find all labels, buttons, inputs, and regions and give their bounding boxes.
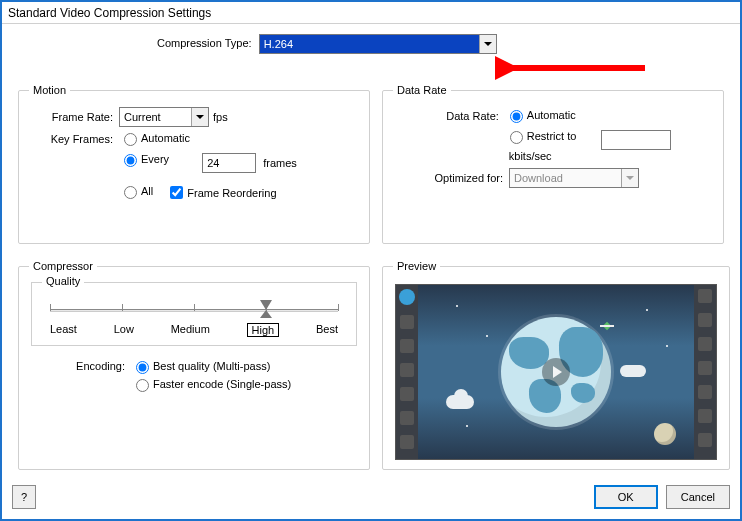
frame-rate-unit: fps — [213, 111, 228, 123]
dr-restrict-unit: kbits/sec — [509, 150, 552, 162]
tool-icon[interactable] — [400, 387, 414, 401]
quality-legend: Quality — [42, 275, 84, 287]
cancel-button[interactable]: Cancel — [666, 485, 730, 509]
quality-group: Quality Least Low Medium — [31, 282, 357, 346]
data-rate-options: Automatic Restrict to kbits/sec — [505, 107, 713, 162]
optimized-for-value: Download — [510, 169, 567, 187]
frame-rate-label: Frame Rate: — [29, 111, 113, 123]
play-icon[interactable] — [542, 358, 570, 386]
kf-all-radio[interactable] — [124, 186, 137, 199]
compression-type-select[interactable]: H.264 — [259, 34, 497, 54]
quality-least: Least — [50, 323, 77, 337]
compression-type-row: Compression Type: H.264 — [12, 32, 730, 62]
tool-icon[interactable] — [400, 411, 414, 425]
motion-legend: Motion — [29, 84, 70, 96]
dr-automatic-radio[interactable] — [510, 110, 523, 123]
chevron-down-icon — [621, 169, 638, 187]
data-rate-label: Data Rate: — [393, 107, 499, 122]
encoding-label: Encoding: — [59, 360, 125, 372]
content-area: Compression Type: H.264 Motion Frame Rat… — [2, 24, 740, 519]
preview-group: Preview — [382, 260, 730, 470]
tool-icon[interactable] — [698, 289, 712, 303]
datarate-group: Data Rate Data Rate: Automatic Restrict … — [382, 84, 724, 244]
enc-faster-label: Faster encode (Single-pass) — [153, 378, 291, 390]
moon-icon — [654, 423, 676, 445]
tool-icon[interactable] — [698, 313, 712, 327]
quality-medium: Medium — [171, 323, 210, 337]
compression-type-label: Compression Type: — [157, 37, 252, 49]
compressor-group: Compressor Quality Least Lo — [18, 260, 370, 470]
quality-best: Best — [316, 323, 338, 337]
enc-best-label: Best quality (Multi-pass) — [153, 360, 270, 372]
enc-faster-radio[interactable] — [136, 379, 149, 392]
window-title: Standard Video Compression Settings — [2, 2, 740, 24]
datarate-legend: Data Rate — [393, 84, 451, 96]
frame-rate-select[interactable]: Current — [119, 107, 209, 127]
tool-icon[interactable] — [400, 363, 414, 377]
kf-every-label: Every — [141, 153, 169, 165]
tool-icon[interactable] — [698, 361, 712, 375]
ok-button[interactable]: OK — [594, 485, 658, 509]
dr-restrict-radio[interactable] — [510, 131, 523, 144]
quality-slider[interactable]: Least Low Medium High Best — [42, 293, 346, 339]
dr-automatic-label: Automatic — [527, 109, 576, 121]
chevron-down-icon — [191, 108, 208, 126]
frame-reordering-label: Frame Reordering — [187, 187, 276, 199]
dr-restrict-label: Restrict to — [527, 130, 577, 142]
home-icon[interactable] — [399, 289, 415, 305]
kf-automatic-label: Automatic — [141, 132, 190, 144]
tool-icon[interactable] — [698, 433, 712, 447]
optimized-for-select[interactable]: Download — [509, 168, 639, 188]
encoding-options: Encoding: Best quality (Multi-pass) Fast… — [29, 358, 359, 392]
compression-type-value: H.264 — [260, 35, 297, 53]
quality-low: Low — [114, 323, 134, 337]
tool-icon[interactable] — [698, 409, 712, 423]
dr-restrict-input[interactable] — [601, 130, 671, 150]
help-button[interactable]: ? — [12, 485, 36, 509]
frame-rate-value: Current — [120, 108, 165, 126]
compressor-legend: Compressor — [29, 260, 97, 272]
motion-group: Motion Frame Rate: Current fps Key Frame… — [18, 84, 370, 244]
optimized-for-label: Optimized for: — [393, 172, 503, 184]
tool-icon[interactable] — [400, 339, 414, 353]
kf-every-unit: frames — [263, 157, 297, 169]
preview-legend: Preview — [393, 260, 440, 272]
preview-left-toolbar — [396, 285, 418, 459]
tool-icon[interactable] — [400, 435, 414, 449]
tool-icon[interactable] — [698, 385, 712, 399]
kf-automatic-radio[interactable] — [124, 133, 137, 146]
kf-all-label: All — [141, 185, 153, 197]
kf-every-input[interactable] — [202, 153, 256, 173]
kf-every-radio[interactable] — [124, 154, 137, 167]
dialog-footer: ? OK Cancel — [12, 485, 730, 509]
quality-high: High — [247, 323, 280, 337]
key-frames-options: Automatic Every frames All Frame Reorder… — [119, 130, 297, 202]
preview-canvas[interactable] — [395, 284, 717, 460]
preview-right-toolbar — [694, 285, 716, 459]
tool-icon[interactable] — [698, 337, 712, 351]
frame-reordering-check[interactable] — [170, 186, 183, 199]
key-frames-label: Key Frames: — [29, 130, 113, 145]
dialog-window: Standard Video Compression Settings Comp… — [0, 0, 742, 521]
slider-thumb-icon[interactable] — [260, 300, 272, 318]
satellite-icon — [602, 321, 612, 331]
chevron-down-icon — [479, 35, 496, 53]
enc-best-radio[interactable] — [136, 361, 149, 374]
tool-icon[interactable] — [400, 315, 414, 329]
